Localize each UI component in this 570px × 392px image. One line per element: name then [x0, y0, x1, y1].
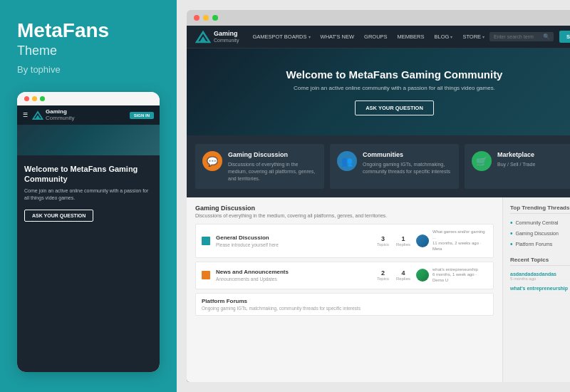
forum-latest-text: what's entrepreneurship 6 months, 1 week… — [432, 267, 487, 284]
dot-red — [24, 96, 29, 101]
feature-card-content: Gaming Discussion Discussions of everyth… — [228, 151, 317, 182]
browser-dot-yellow[interactable] — [203, 15, 209, 21]
forum-row-news: News and Announcements Announcements and… — [195, 262, 494, 289]
right-panel: Gaming Community GAMESPOT BOARDS ▾ WHAT'… — [177, 0, 570, 392]
signin-button[interactable]: SIGN IN — [559, 31, 570, 43]
trending-item[interactable]: Community Central — [510, 217, 570, 228]
forum-latest: What games and/or gaming ... 11 months, … — [416, 229, 487, 252]
feature-card-content: Marketplace Buy / Sell / Trade — [497, 151, 535, 182]
feature-cards: 💬 Gaming Discussion Discussions of every… — [187, 135, 570, 197]
chevron-down-icon: ▾ — [482, 34, 484, 39]
search-wrapper: 🔍 — [489, 32, 554, 41]
nav-links: GAMESPOT BOARDS ▾ WHAT'S NEW GROUPS MEMB… — [247, 26, 489, 48]
mobile-nav-bar: ☰ Gaming Community SIGN IN — [17, 105, 160, 125]
chevron-down-icon: ▾ — [450, 34, 452, 39]
avatar — [416, 269, 429, 282]
nav-whats-new[interactable]: WHAT'S NEW — [316, 26, 360, 48]
forum-info-general: General Discussion Please introduce your… — [216, 234, 371, 247]
forum-info-news: News and Announcements Announcements and… — [216, 269, 371, 282]
forum-stat-topics: 2 Topics — [377, 269, 389, 281]
feature-card-gaming-discussion: 💬 Gaming Discussion Discussions of every… — [195, 144, 324, 189]
mobile-logo: ☰ Gaming Community — [23, 109, 74, 122]
platform-forums-row: Platform Forums Ongoing gaming IGTs, mat… — [195, 293, 494, 316]
content-left: Gaming Discussion Discussions of everyth… — [187, 197, 502, 382]
desktop-logo-text-block: Gaming Community — [214, 31, 239, 43]
forum-row-general: General Discussion Please introduce your… — [195, 224, 494, 257]
mobile-ask-button[interactable]: ASK YOUR QUESTION — [24, 210, 93, 222]
forum-stats: 2 Topics 4 Replies — [377, 269, 410, 281]
platform-name[interactable]: Platform Forums — [202, 298, 487, 304]
dot-yellow — [32, 96, 37, 101]
feature-card-marketplace: 🛒 Marketplace Buy / Sell / Trade — [465, 144, 570, 189]
avatar — [416, 234, 429, 247]
forum-stats: 3 Topics 1 Replies — [377, 235, 410, 247]
platform-desc: Ongoing gaming IGTs, matchmaking, commun… — [202, 306, 487, 311]
trending-title: Top Trending Threads — [510, 205, 570, 214]
desktop-logo: Gaming Community — [195, 31, 239, 43]
section-title: Gaming Discussion — [195, 205, 494, 212]
forum-name[interactable]: General Discussion — [216, 234, 371, 241]
forum-icon-news — [202, 271, 210, 279]
browser-chrome — [187, 10, 570, 26]
brand-subtitle: Theme — [17, 43, 160, 58]
browser-dot-green[interactable] — [212, 15, 218, 21]
feature-card-content: Communities Ongoing gaming IGTs, matchma… — [363, 151, 452, 182]
forum-desc: Announcements and Updates — [216, 277, 371, 282]
main-content: Gaming Discussion Discussions of everyth… — [187, 197, 570, 382]
mobile-hero-image: ☰ Gaming Community SIGN IN — [17, 105, 160, 155]
mobile-preview: ☰ Gaming Community SIGN IN Welcome to Me… — [17, 92, 160, 372]
nav-gamespot-boards[interactable]: GAMESPOT BOARDS ▾ — [247, 26, 315, 48]
desktop-nav: Gaming Community GAMESPOT BOARDS ▾ WHAT'… — [187, 26, 570, 48]
content-right-sidebar: Top Trending Threads Community Central G… — [502, 197, 570, 382]
forum-latest: what's entrepreneurship 6 months, 1 week… — [416, 267, 487, 284]
forum-icon-general — [202, 237, 210, 245]
hero-title: Welcome to MetaFans Gaming Community — [201, 68, 570, 81]
dot-green — [40, 96, 45, 101]
brand-title: MetaFans Theme — [17, 20, 160, 58]
nav-store[interactable]: STORE ▾ — [457, 26, 489, 48]
brand-name: MetaFans — [17, 20, 160, 42]
trending-item[interactable]: Platform Forums — [510, 239, 570, 249]
nav-members[interactable]: MEMBERS — [393, 26, 430, 48]
browser-dot-red[interactable] — [194, 15, 200, 21]
mobile-signin-button[interactable]: SIGN IN — [130, 112, 154, 119]
brand-by: By tophive — [17, 64, 160, 75]
communities-icon: 👥 — [337, 151, 357, 171]
nav-groups[interactable]: GROUPS — [359, 26, 393, 48]
desktop-logo-icon — [195, 31, 211, 43]
mobile-logo-text: Gaming Community — [46, 109, 74, 122]
mobile-hero-title: Welcome to MetaFans Gaming Community — [24, 164, 152, 185]
forum-stat-replies: 4 Replies — [396, 269, 410, 281]
chevron-down-icon: ▾ — [309, 34, 311, 39]
feature-card-communities: 👥 Communities Ongoing gaming IGTs, match… — [330, 144, 459, 189]
forum-stat-topics: 3 Topics — [377, 235, 389, 247]
left-panel: MetaFans Theme By tophive ☰ Gamin — [0, 0, 177, 392]
mobile-browser-dots — [17, 92, 160, 105]
forum-latest-text: What games and/or gaming ... 11 months, … — [432, 229, 487, 252]
gaming-discussion-icon: 💬 — [202, 151, 222, 171]
mobile-logo-svg — [32, 110, 43, 120]
search-icon: 🔍 — [543, 33, 550, 40]
forum-desc: Please introduce yourself here — [216, 242, 371, 247]
forum-stat-replies: 1 Replies — [396, 235, 410, 247]
forum-name[interactable]: News and Announcements — [216, 269, 371, 275]
recent-title: Recent Topics — [510, 257, 570, 266]
recent-topic-2[interactable]: what's entrepreneurship — [510, 284, 570, 294]
nav-blog[interactable]: BLOG ▾ — [430, 26, 458, 48]
trending-list: Community Central Gaming Discussion Plat… — [510, 217, 570, 249]
trending-item[interactable]: Gaming Discussion — [510, 228, 570, 239]
hamburger-icon[interactable]: ☰ — [23, 112, 28, 118]
hero-subtitle: Come join an active online community wit… — [201, 85, 570, 91]
hero-content: Welcome to MetaFans Gaming Community Com… — [201, 68, 570, 115]
mobile-hero-subtitle: Come join an active online community wit… — [24, 187, 152, 202]
marketplace-icon: 🛒 — [472, 151, 492, 171]
mobile-content: Welcome to MetaFans Gaming Community Com… — [17, 155, 160, 372]
desktop-preview: Gaming Community GAMESPOT BOARDS ▾ WHAT'… — [187, 26, 570, 382]
desktop-hero: Welcome to MetaFans Gaming Community Com… — [187, 48, 570, 135]
recent-topic-1[interactable]: asdandadasdandas 5 months ago — [510, 269, 570, 284]
section-subtitle: Discussions of everything in the medium,… — [195, 213, 494, 218]
hero-ask-button[interactable]: ASK YOUR QUESTION — [355, 100, 434, 115]
